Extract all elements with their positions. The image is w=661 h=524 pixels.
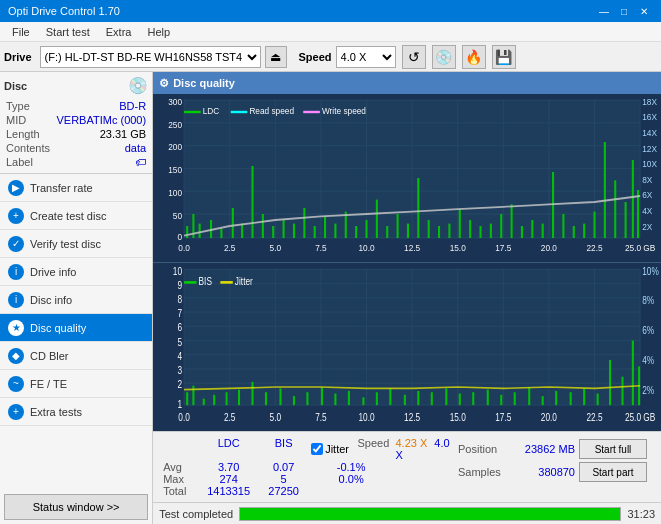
maximize-button[interactable]: □	[615, 3, 633, 19]
sidebar-item-disc-info-label: Disc info	[30, 294, 72, 306]
svg-rect-90	[632, 160, 634, 238]
svg-rect-88	[614, 180, 616, 238]
start-part-button[interactable]: Start part	[579, 462, 647, 482]
verify-test-disc-icon: ✓	[8, 236, 24, 252]
progress-time: 31:23	[627, 508, 655, 520]
eject-button[interactable]: ⏏	[265, 46, 287, 68]
svg-rect-145	[307, 392, 309, 405]
svg-rect-151	[389, 388, 391, 405]
titlebar-controls: — □ ✕	[595, 3, 653, 19]
minimize-button[interactable]: —	[595, 3, 613, 19]
svg-text:Read speed: Read speed	[250, 106, 295, 117]
speed-col-label: Speed	[345, 437, 395, 461]
sidebar-item-verify-test-disc[interactable]: ✓ Verify test disc	[0, 230, 152, 258]
svg-rect-53	[252, 166, 254, 238]
svg-text:8%: 8%	[642, 296, 654, 307]
menu-extra[interactable]: Extra	[98, 24, 140, 40]
svg-text:300: 300	[168, 96, 182, 107]
svg-text:12.5: 12.5	[404, 412, 420, 423]
sidebar-item-disc-quality-label: Disc quality	[30, 322, 86, 334]
svg-rect-144	[293, 396, 295, 405]
disc-label-row: Label 🏷	[4, 155, 148, 169]
svg-text:200: 200	[168, 142, 182, 153]
svg-text:25.0 GB: 25.0 GB	[625, 412, 655, 423]
svg-rect-138	[213, 395, 215, 405]
svg-text:5: 5	[178, 337, 183, 348]
close-button[interactable]: ✕	[635, 3, 653, 19]
position-row: Position 23862 MB Start full	[458, 439, 647, 459]
disc-icon-button[interactable]: 💿	[432, 45, 456, 69]
svg-rect-162	[542, 396, 544, 405]
speed-label: Speed	[299, 51, 332, 63]
sidebar-item-disc-info[interactable]: i Disc info	[0, 286, 152, 314]
svg-text:3: 3	[178, 365, 183, 376]
titlebar-title: Opti Drive Control 1.70	[8, 5, 120, 17]
menubar: File Start test Extra Help	[0, 22, 661, 42]
stats-header-row: LDC BIS Jitter Speed 4.23 X 4.0 X	[163, 437, 454, 461]
drive-toolbar: Drive (F:) HL-DT-ST BD-RE WH16NS58 TST4 …	[0, 42, 661, 72]
svg-rect-84	[573, 226, 575, 238]
disc-type-row: Type BD-R	[4, 99, 148, 113]
menu-help[interactable]: Help	[139, 24, 178, 40]
sidebar-item-verify-test-disc-label: Verify test disc	[30, 238, 101, 250]
svg-text:6%: 6%	[642, 325, 654, 336]
start-full-button[interactable]: Start full	[579, 439, 647, 459]
stats-table: LDC BIS Jitter Speed 4.23 X 4.0 X	[159, 435, 655, 499]
sidebar-item-fe-te[interactable]: ~ FE / TE	[0, 370, 152, 398]
save-button[interactable]: 💾	[492, 45, 516, 69]
svg-text:6: 6	[178, 323, 183, 334]
svg-rect-154	[431, 392, 433, 405]
svg-text:10.0: 10.0	[359, 243, 375, 254]
sidebar-item-transfer-rate[interactable]: ▶ Transfer rate	[0, 174, 152, 202]
max-jitter: 0.0%	[311, 473, 391, 485]
avg-label: Avg	[163, 461, 201, 473]
svg-rect-70	[428, 220, 430, 238]
disc-mid-label: MID	[6, 114, 26, 126]
sidebar-item-drive-info-label: Drive info	[30, 266, 76, 278]
sidebar-item-create-test-disc-label: Create test disc	[30, 210, 106, 222]
menu-file[interactable]: File	[4, 24, 38, 40]
disc-info-icon: i	[8, 292, 24, 308]
burn-icon-button[interactable]: 🔥	[462, 45, 486, 69]
avg-jitter: -0.1%	[311, 461, 391, 473]
drive-select[interactable]: (F:) HL-DT-ST BD-RE WH16NS58 TST4	[40, 46, 261, 68]
status-window-button[interactable]: Status window >>	[4, 494, 148, 520]
svg-rect-75	[480, 226, 482, 238]
svg-rect-52	[241, 224, 243, 238]
disc-panel: Disc 💿 Type BD-R MID VERBATIMc (000) Len…	[0, 72, 152, 174]
transfer-rate-icon: ▶	[8, 180, 24, 196]
disc-type-value: BD-R	[119, 100, 146, 112]
jitter-checkbox[interactable]	[311, 443, 323, 455]
svg-rect-148	[348, 391, 350, 405]
samples-row: Samples 380870 Start part	[458, 462, 647, 482]
svg-text:22.5: 22.5	[587, 243, 603, 254]
svg-rect-65	[376, 200, 378, 238]
avg-bis: 0.07	[256, 461, 311, 473]
svg-rect-165	[583, 388, 585, 405]
sidebar: Disc 💿 Type BD-R MID VERBATIMc (000) Len…	[0, 72, 153, 524]
svg-rect-56	[283, 220, 285, 238]
svg-rect-69	[417, 178, 419, 238]
refresh-button[interactable]: ↺	[402, 45, 426, 69]
disc-contents-row: Contents data	[4, 141, 148, 155]
total-label: Total	[163, 485, 201, 497]
svg-text:2.5: 2.5	[224, 243, 236, 254]
sidebar-item-disc-quality[interactable]: ★ Disc quality	[0, 314, 152, 342]
right-panel: Position 23862 MB Start full Samples 380…	[454, 437, 651, 484]
disc-mid-row: MID VERBATIMc (000)	[4, 113, 148, 127]
sidebar-item-drive-info[interactable]: i Drive info	[0, 258, 152, 286]
speed-select[interactable]: 4.0 X	[336, 46, 396, 68]
svg-rect-67	[397, 214, 399, 238]
svg-text:8X: 8X	[642, 174, 652, 185]
svg-rect-74	[469, 220, 471, 238]
sidebar-item-extra-tests[interactable]: + Extra tests	[0, 398, 152, 426]
svg-rect-66	[386, 226, 388, 238]
svg-text:2X: 2X	[642, 221, 652, 232]
svg-rect-140	[238, 390, 240, 406]
dq-header-icon: ⚙	[159, 77, 169, 90]
stats-col-group: LDC BIS Jitter Speed 4.23 X 4.0 X	[163, 437, 454, 497]
max-bis: 5	[256, 473, 311, 485]
menu-start-test[interactable]: Start test	[38, 24, 98, 40]
sidebar-item-cd-bler[interactable]: ◆ CD Bler	[0, 342, 152, 370]
sidebar-item-create-test-disc[interactable]: + Create test disc	[0, 202, 152, 230]
